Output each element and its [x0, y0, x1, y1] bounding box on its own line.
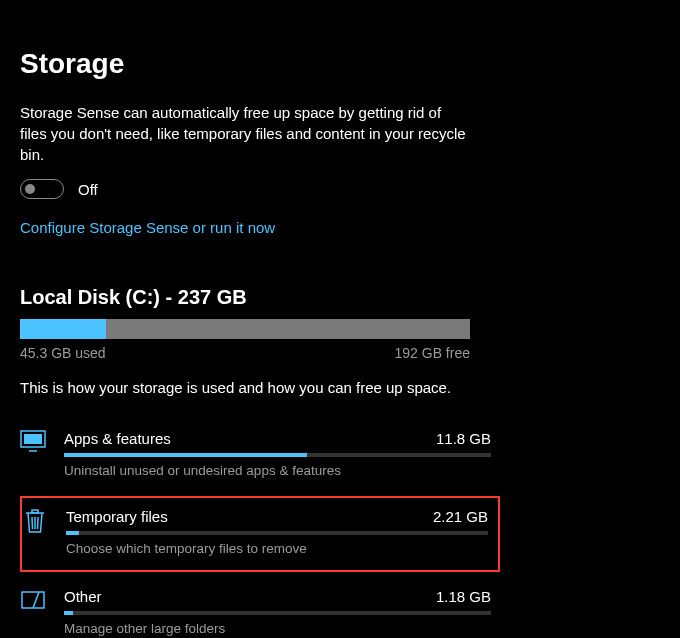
screen-icon	[20, 430, 46, 456]
storage-explain: This is how your storage is used and how…	[20, 379, 680, 396]
disk-usage-bar	[20, 319, 470, 339]
category-row[interactable]: Temporary files2.21 GBChoose which tempo…	[20, 496, 500, 572]
page-title: Storage	[20, 48, 680, 80]
category-bar-fill	[64, 611, 73, 615]
category-subtitle: Manage other large folders	[64, 621, 491, 636]
svg-line-5	[38, 517, 39, 529]
category-subtitle: Uninstall unused or undesired apps & fea…	[64, 463, 491, 478]
storage-sense-description: Storage Sense can automatically free up …	[20, 102, 470, 165]
disk-used-label: 45.3 GB used	[20, 345, 106, 361]
category-size: 2.21 GB	[433, 508, 488, 525]
category-bar-fill	[66, 531, 79, 535]
category-subtitle: Choose which temporary files to remove	[66, 541, 488, 556]
disk-free-label: 192 GB free	[395, 345, 471, 361]
category-bar-fill	[64, 453, 307, 457]
category-name: Apps & features	[64, 430, 171, 447]
trash-icon	[22, 508, 48, 534]
category-bar	[66, 531, 488, 535]
rect-icon	[20, 588, 46, 614]
category-bar	[64, 611, 491, 615]
storage-sense-toggle-row: Off	[20, 179, 680, 199]
svg-rect-1	[24, 434, 42, 444]
category-row[interactable]: Apps & features11.8 GBUninstall unused o…	[20, 424, 495, 486]
svg-rect-6	[22, 592, 44, 608]
disk-usage-figures: 45.3 GB used 192 GB free	[20, 345, 470, 361]
category-name: Temporary files	[66, 508, 168, 525]
svg-line-3	[32, 517, 33, 529]
category-size: 1.18 GB	[436, 588, 491, 605]
storage-sense-toggle[interactable]	[20, 179, 64, 199]
local-disk-heading: Local Disk (C:) - 237 GB	[20, 286, 680, 309]
category-size: 11.8 GB	[436, 430, 491, 447]
category-list: Apps & features11.8 GBUninstall unused o…	[20, 424, 680, 638]
storage-sense-toggle-label: Off	[78, 181, 98, 198]
category-bar	[64, 453, 491, 457]
toggle-knob	[25, 184, 35, 194]
category-row[interactable]: Other1.18 GBManage other large folders	[20, 582, 495, 638]
disk-usage-bar-used	[20, 319, 106, 339]
category-name: Other	[64, 588, 102, 605]
configure-storage-sense-link[interactable]: Configure Storage Sense or run it now	[20, 219, 275, 236]
